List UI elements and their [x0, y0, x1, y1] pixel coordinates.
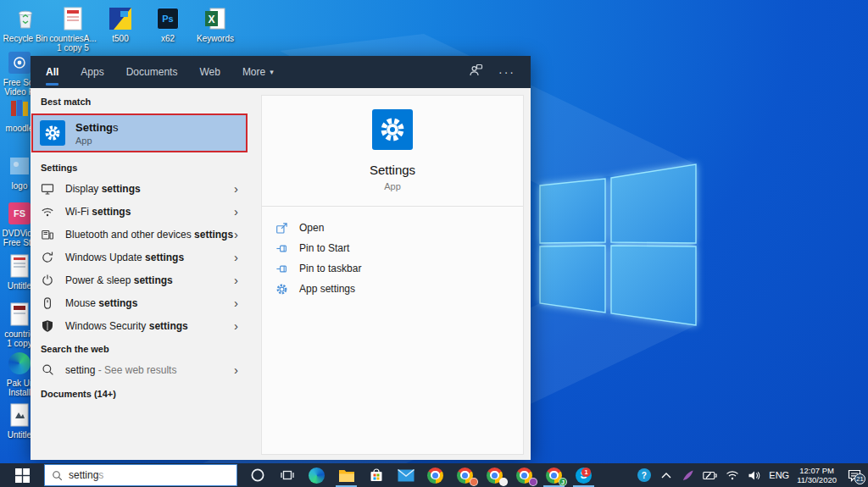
- clock-date: 11/30/2020: [797, 475, 837, 484]
- action-app-settings[interactable]: App settings: [275, 279, 523, 299]
- icon-label-line2: 1 copy 5: [57, 43, 89, 53]
- active-tab-underline: [46, 83, 58, 86]
- action-pin-to-start[interactable]: Pin to Start: [275, 238, 523, 258]
- image-thumbnail-icon: [107, 5, 134, 32]
- result-bluetooth-settings[interactable]: Bluetooth and other devices settings ›: [31, 223, 248, 246]
- best-match-subtitle: App: [75, 136, 119, 146]
- result-detail-column: Settings App Open Pin to Start: [248, 88, 531, 460]
- task-view-button[interactable]: [272, 463, 302, 487]
- result-mouse-settings[interactable]: Mouse settings ›: [31, 291, 248, 314]
- file-explorer-button[interactable]: [331, 463, 361, 487]
- tab-all[interactable]: All: [46, 56, 58, 88]
- file-icon: [6, 401, 33, 429]
- svg-text:X: X: [208, 14, 214, 25]
- photoshop-file-icon: Ps: [154, 5, 181, 32]
- show-hidden-icons-button[interactable]: [659, 468, 673, 483]
- result-windows-update-settings[interactable]: Windows Update settings ›: [31, 246, 248, 268]
- chrome-icon: [427, 468, 443, 484]
- detail-app-name: Settings: [370, 163, 415, 177]
- icon-label: Keywords: [197, 34, 234, 43]
- icon-label: Recycle Bin: [3, 34, 48, 43]
- microsoft-store-button[interactable]: [361, 463, 391, 487]
- gear-icon: [275, 283, 288, 296]
- action-pin-to-taskbar[interactable]: Pin to taskbar: [275, 258, 523, 279]
- tab-apps[interactable]: Apps: [81, 56, 103, 88]
- display-icon: [41, 182, 54, 196]
- profile-badge: [529, 478, 537, 486]
- chevron-right-icon: ›: [234, 205, 238, 218]
- excel-file-icon: X: [202, 5, 229, 32]
- search-results-column: Best match Settings App Settings Display…: [31, 88, 248, 460]
- help-tray-icon[interactable]: ?: [637, 468, 651, 483]
- desktop-icon-t500[interactable]: t500: [97, 5, 144, 53]
- chevron-right-icon: ›: [234, 228, 238, 241]
- result-power-sleep-settings[interactable]: Power & sleep settings ›: [31, 268, 248, 291]
- icon-label: logo: [12, 181, 28, 191]
- wifi-tray-icon[interactable]: [725, 468, 739, 483]
- action-center-button[interactable]: 21: [844, 465, 865, 485]
- skype-notification-badge: 1: [581, 468, 591, 477]
- chevron-right-icon: ›: [234, 319, 238, 332]
- search-icon: [52, 470, 63, 481]
- desktop-icon-recycle-bin[interactable]: Recycle Bin: [2, 5, 49, 53]
- feedback-icon[interactable]: [469, 64, 483, 80]
- pen-tray-icon[interactable]: [681, 468, 695, 483]
- chrome-profile-5-button[interactable]: J: [539, 463, 569, 487]
- result-web-search[interactable]: setting - See web results ›: [31, 358, 248, 381]
- profile-badge-j: J: [559, 478, 567, 486]
- edge-button[interactable]: [302, 463, 331, 487]
- recycle-bin-icon: [12, 5, 39, 32]
- desktop: Recycle Bin countriesA...1 copy 5 t500 P…: [0, 0, 868, 487]
- tab-web[interactable]: Web: [199, 56, 220, 88]
- profile-badge: [470, 478, 478, 486]
- clock[interactable]: 12:07 PM 11/30/2020: [797, 466, 837, 484]
- chevron-down-icon: ▾: [270, 68, 274, 76]
- file-icon: [6, 252, 33, 279]
- action-open[interactable]: Open: [275, 218, 523, 238]
- desktop-icon-countries-file[interactable]: countriesA...1 copy 5: [49, 5, 97, 53]
- bluetooth-devices-icon: [41, 228, 54, 241]
- tab-documents[interactable]: Documents: [126, 56, 178, 88]
- icon-label: moodle: [6, 124, 34, 133]
- detail-actions: Open Pin to Start Pin to taskbar Ap: [262, 207, 523, 299]
- search-icon: [41, 363, 54, 377]
- notification-count-badge: 21: [854, 473, 865, 484]
- battery-tray-icon[interactable]: [703, 468, 717, 483]
- volume-tray-icon[interactable]: [747, 468, 761, 483]
- icon-label: Pak Ur: [7, 379, 33, 388]
- desktop-icons-row: Recycle Bin countriesA...1 copy 5 t500 P…: [2, 5, 239, 53]
- windows-update-icon: [41, 251, 54, 264]
- icon-label: Untitle: [8, 430, 31, 440]
- tab-more[interactable]: More▾: [242, 56, 274, 88]
- result-display-settings[interactable]: Display settings ›: [31, 177, 248, 200]
- search-panel-header: All Apps Documents Web More▾ ···: [31, 56, 531, 88]
- cortana-button[interactable]: [242, 463, 272, 487]
- taskbar: settings J S1 ?: [0, 463, 868, 487]
- desktop-icon-keywords[interactable]: X Keywords: [192, 5, 239, 53]
- desktop-icon-x62[interactable]: Ps x62: [144, 5, 192, 53]
- windows-logo-icon: [15, 468, 30, 483]
- result-windows-security-settings[interactable]: Windows Security settings ›: [31, 314, 248, 337]
- best-match-result-settings[interactable]: Settings App: [31, 113, 248, 152]
- start-button[interactable]: [0, 463, 44, 487]
- icon-label: t500: [112, 34, 128, 43]
- taskbar-search-input[interactable]: settings: [44, 464, 237, 486]
- more-options-button[interactable]: ···: [498, 65, 515, 79]
- language-indicator[interactable]: ENG: [769, 470, 789, 480]
- windows-security-icon: [41, 319, 54, 333]
- chevron-right-icon: ›: [234, 274, 238, 286]
- open-icon: [275, 222, 288, 235]
- chrome-profile-4-button[interactable]: [509, 463, 539, 487]
- skype-button[interactable]: S1: [569, 463, 598, 487]
- taskbar-apps: J S1: [242, 463, 598, 487]
- icon-label: x62: [161, 34, 175, 43]
- mail-button[interactable]: [391, 463, 420, 487]
- chrome-profile-2-button[interactable]: [450, 463, 480, 487]
- chevron-right-icon: ›: [234, 251, 238, 263]
- faint-image-icon: [6, 152, 33, 180]
- chevron-right-icon: ›: [234, 296, 238, 309]
- result-wifi-settings[interactable]: Wi-Fi settings ›: [31, 200, 248, 223]
- search-web-header: Search the web: [31, 337, 248, 358]
- chrome-profile-3-button[interactable]: [480, 463, 509, 487]
- chrome-profile-1-button[interactable]: [420, 463, 450, 487]
